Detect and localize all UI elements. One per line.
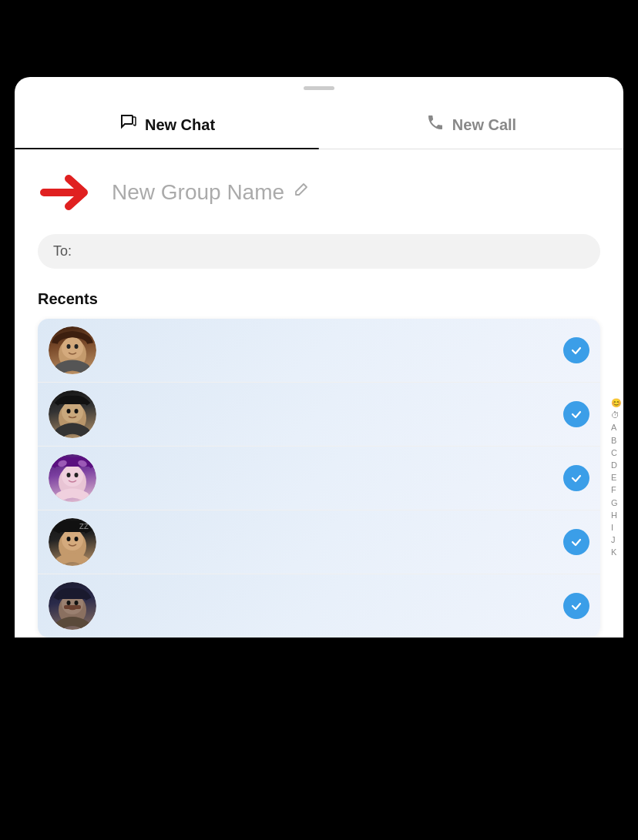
svg-point-7 xyxy=(75,409,79,413)
contacts-wrapper: zz xyxy=(38,319,600,638)
check-selected xyxy=(563,337,589,363)
alpha-recents[interactable]: ⏱ xyxy=(611,410,622,420)
chat-icon xyxy=(119,113,137,136)
new-chat-label: New Chat xyxy=(145,116,215,134)
check-selected xyxy=(563,593,589,619)
arrow-icon xyxy=(38,172,99,213)
table-row[interactable] xyxy=(38,574,600,638)
to-input[interactable] xyxy=(78,243,585,259)
tab-new-call[interactable]: New Call xyxy=(319,98,623,149)
alphabet-index: 😊 ⏱ A B C D E F G H I J K xyxy=(611,398,622,557)
avatar xyxy=(49,582,96,630)
group-name-text: New Group Name xyxy=(112,180,284,205)
table-row[interactable]: zz xyxy=(38,510,600,574)
tab-bar: New Chat New Call xyxy=(15,98,623,149)
main-content: New Group Name To: Recents xyxy=(15,149,623,638)
screen-background: New Chat New Call New Group xyxy=(0,0,638,840)
svg-point-15 xyxy=(62,529,83,551)
avatar xyxy=(49,390,96,438)
svg-point-2 xyxy=(67,344,71,349)
svg-point-21 xyxy=(67,601,71,605)
to-field[interactable]: To: xyxy=(38,234,600,269)
contacts-list: zz xyxy=(38,319,600,638)
svg-point-5 xyxy=(62,401,83,423)
table-row[interactable] xyxy=(38,447,600,510)
group-name-display[interactable]: New Group Name xyxy=(112,180,309,205)
check-selected xyxy=(563,529,589,555)
svg-point-17 xyxy=(75,537,79,541)
svg-point-3 xyxy=(75,344,79,349)
svg-point-22 xyxy=(75,601,79,605)
avatar xyxy=(49,454,96,502)
to-label: To: xyxy=(53,243,72,259)
check-selected xyxy=(563,401,589,427)
edit-icon xyxy=(292,182,309,203)
svg-point-6 xyxy=(67,409,71,413)
group-name-row: New Group Name xyxy=(38,172,600,213)
svg-rect-23 xyxy=(64,605,81,609)
svg-text:zz: zz xyxy=(79,520,89,531)
bottom-sheet: New Chat New Call New Group xyxy=(15,77,623,638)
svg-point-9 xyxy=(62,465,83,487)
svg-point-1 xyxy=(62,337,83,359)
table-row[interactable] xyxy=(38,383,600,447)
avatar: zz xyxy=(49,518,96,566)
svg-point-16 xyxy=(67,537,71,541)
phone-icon xyxy=(426,113,445,136)
avatar xyxy=(49,326,96,374)
svg-point-10 xyxy=(67,473,71,477)
drag-handle[interactable] xyxy=(304,86,334,90)
svg-point-11 xyxy=(75,473,79,477)
recents-heading: Recents xyxy=(38,290,600,308)
table-row[interactable] xyxy=(38,319,600,383)
alpha-emoji-smile[interactable]: 😊 xyxy=(611,398,622,408)
new-call-label: New Call xyxy=(452,116,516,134)
tab-new-chat[interactable]: New Chat xyxy=(15,98,319,149)
check-selected xyxy=(563,465,589,491)
